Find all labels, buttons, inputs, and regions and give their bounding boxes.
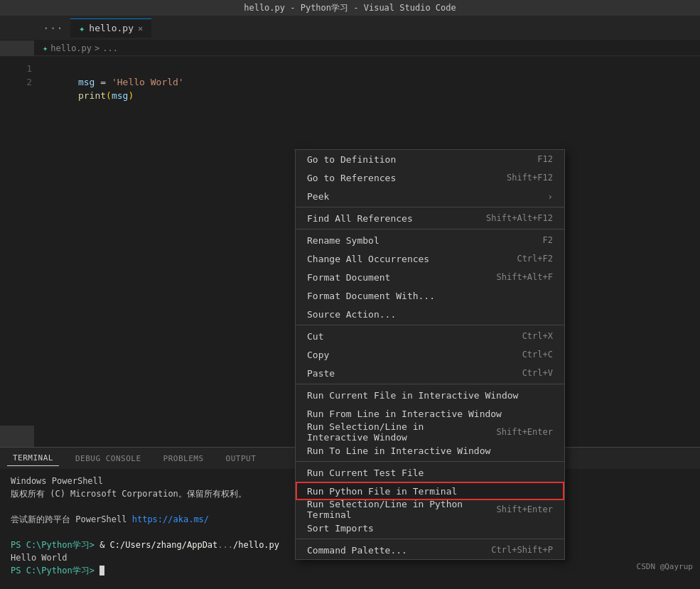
menu-item-label: Source Action... — [307, 309, 553, 320]
menu-item-format-document-with...[interactable]: Format Document With... — [296, 286, 564, 305]
menu-item-shortcut: Shift+Enter — [497, 427, 553, 437]
panel-tab-output[interactable]: OUTPUT — [220, 451, 262, 466]
menu-item-shortcut: Shift+Alt+F — [497, 272, 553, 282]
menu-item-shortcut: F2 — [543, 235, 553, 245]
menu-item-shortcut: Shift+F12 — [507, 173, 553, 183]
titlebar: hello.py - Python学习 - Visual Studio Code — [0, 0, 700, 16]
menu-item-label: Peek — [307, 191, 547, 202]
tab-close-icon[interactable]: ✕ — [138, 23, 143, 33]
menu-item-label: Run Selection/Line in Interactive Window — [307, 421, 483, 443]
menu-item-label: Sort Imports — [307, 523, 553, 534]
menu-item-find-all-references[interactable]: Find All ReferencesShift+Alt+F12 — [296, 209, 564, 227]
menu-item-shortcut: Ctrl+C — [522, 350, 553, 360]
menu-item-run-selection/line-in-python-terminal[interactable]: Run Selection/Line in Python TerminalShi… — [296, 500, 564, 519]
code-var-msg: msg — [78, 77, 95, 87]
menu-item-run-current-test-file[interactable]: Run Current Test File — [296, 463, 564, 482]
menu-item-rename-symbol[interactable]: Rename SymbolF2 — [296, 231, 564, 249]
menu-item-shortcut: Ctrl+X — [522, 331, 553, 341]
menu-item-label: Go to Definition — [307, 154, 523, 165]
menu-item-shortcut: Ctrl+V — [522, 368, 553, 378]
breadcrumb-file: hello.py — [50, 43, 92, 53]
menu-separator-25 — [296, 539, 564, 539]
menu-item-paste[interactable]: PasteCtrl+V — [296, 364, 564, 382]
menu-item-shortcut: Shift+Enter — [497, 504, 553, 514]
menu-item-label: Format Document With... — [307, 291, 553, 301]
breadcrumb-separator: > — [95, 43, 99, 53]
tab-icon: ✦ — [79, 23, 85, 34]
code-line-1: msg = 'Hello World' — [39, 62, 693, 75]
panel-tab-terminal[interactable]: TERMINAL — [7, 450, 59, 466]
menu-item-run-current-file-in-interactive-window[interactable]: Run Current File in Interactive Window — [296, 386, 564, 404]
menu-item-peek[interactable]: Peek› — [296, 187, 564, 205]
menu-item-label: Run To Line in Interactive Window — [307, 445, 553, 456]
menu-item-arrow-icon: › — [547, 191, 553, 202]
menu-item-shortcut: Ctrl+Shift+P — [491, 545, 553, 555]
menu-item-label: Run Python File in Terminal — [307, 486, 553, 497]
menu-item-run-selection/line-in-interactive-window[interactable]: Run Selection/Line in Interactive Window… — [296, 423, 564, 441]
menu-item-source-action...[interactable]: Source Action... — [296, 305, 564, 323]
menu-item-go-to-references[interactable]: Go to ReferencesShift+F12 — [296, 168, 564, 187]
menu-item-copy[interactable]: CopyCtrl+C — [296, 345, 564, 364]
terminal-prompt: PS C:\Python学习> — [11, 564, 689, 577]
menu-item-sort-imports[interactable]: Sort Imports — [296, 519, 564, 537]
menu-item-run-python-file-in-terminal[interactable]: Run Python File in Terminal — [296, 482, 564, 500]
menu-item-label: Run Selection/Line in Python Terminal — [307, 499, 483, 520]
menu-item-change-all-occurrences[interactable]: Change All OccurrencesCtrl+F2 — [296, 249, 564, 268]
menu-item-label: Run Current File in Interactive Window — [307, 390, 553, 401]
line-numbers: 1 2 — [0, 56, 39, 426]
titlebar-text: hello.py - Python学习 - Visual Studio Code — [244, 2, 456, 14]
menu-item-command-palette...[interactable]: Command Palette...Ctrl+Shift+P — [296, 541, 564, 559]
panel-tab-problems[interactable]: PROBLEMS — [158, 451, 210, 466]
menu-item-label: Command Palette... — [307, 545, 477, 556]
menu-item-label: Cut — [307, 331, 508, 342]
menu-item-run-to-line-in-interactive-window[interactable]: Run To Line in Interactive Window — [296, 441, 564, 460]
breadcrumb-ellipsis: ... — [102, 43, 118, 53]
line-number-1: 1 — [0, 62, 32, 75]
watermark: CSDN @Qayrup — [637, 562, 693, 571]
menu-item-cut[interactable]: CutCtrl+X — [296, 327, 564, 345]
menu-item-label: Paste — [307, 368, 508, 379]
tab-more-icon[interactable]: ··· — [36, 21, 70, 35]
menu-item-label: Run Current Test File — [307, 468, 553, 478]
tabbar: ··· ✦ hello.py ✕ — [0, 16, 700, 40]
menu-item-label: Copy — [307, 350, 508, 360]
menu-item-go-to-definition[interactable]: Go to DefinitionF12 — [296, 150, 564, 168]
menu-separator-11 — [296, 325, 564, 325]
breadcrumb: ✦ hello.py > ... — [0, 40, 700, 56]
menu-item-format-document[interactable]: Format DocumentShift+Alt+F — [296, 268, 564, 286]
menu-item-shortcut: Shift+Alt+F12 — [486, 213, 553, 223]
code-func-print: print — [78, 90, 106, 101]
panel-tab-debug[interactable]: DEBUG CONSOLE — [70, 451, 147, 466]
tab-active[interactable]: ✦ hello.py ✕ — [70, 18, 151, 38]
menu-separator-3 — [296, 207, 564, 207]
menu-item-label: Change All Occurrences — [307, 254, 502, 264]
menu-item-label: Run From Line in Interactive Window — [307, 409, 553, 419]
tab-name: hello.py — [89, 23, 134, 33]
menu-item-shortcut: F12 — [537, 154, 553, 164]
menu-separator-15 — [296, 384, 564, 384]
menu-item-label: Find All References — [307, 213, 472, 224]
breadcrumb-icon: ✦ — [43, 43, 48, 53]
menu-separator-5 — [296, 229, 564, 229]
menu-item-shortcut: Ctrl+F2 — [517, 254, 553, 264]
menu-separator-20 — [296, 461, 564, 462]
line-number-2: 2 — [0, 75, 32, 89]
menu-item-run-from-line-in-interactive-window[interactable]: Run From Line in Interactive Window — [296, 404, 564, 423]
scrollbar[interactable] — [693, 56, 700, 426]
menu-item-label: Format Document — [307, 272, 483, 283]
menu-item-label: Rename Symbol — [307, 235, 529, 246]
context-menu: Go to DefinitionF12Go to ReferencesShift… — [295, 149, 565, 560]
menu-item-label: Go to References — [307, 173, 492, 183]
